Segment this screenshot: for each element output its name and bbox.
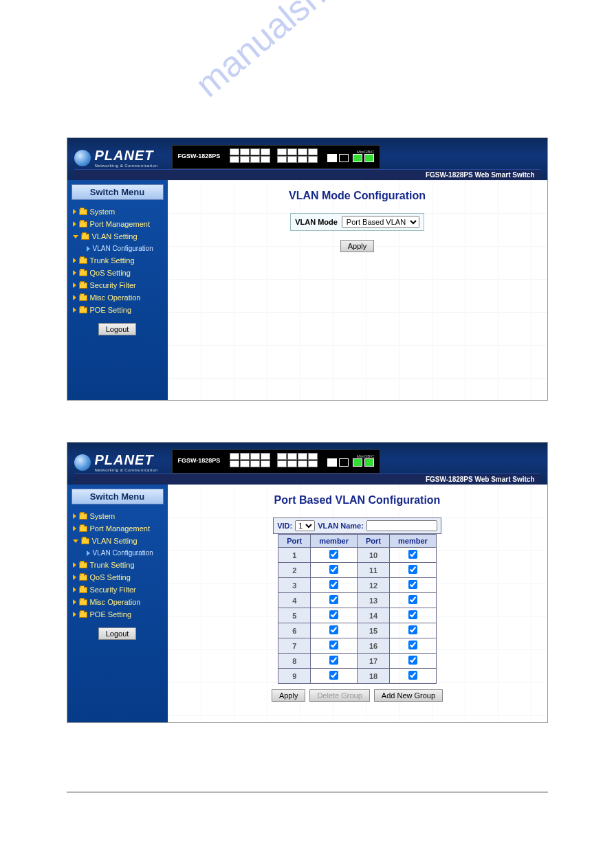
col-port: Port	[278, 535, 311, 548]
member-checkbox[interactable]	[329, 625, 338, 634]
sidebar-item-security-filter[interactable]: Security Filter	[72, 279, 164, 291]
header-subtitle: FGSW-1828PS Web Smart Switch	[74, 169, 540, 180]
member-checkbox[interactable]	[408, 641, 417, 649]
globe-icon	[74, 454, 91, 471]
member-cell	[390, 578, 437, 593]
sidebar-item-misc-operation[interactable]: Misc Operation	[72, 291, 164, 304]
sidebar-item-misc-operation[interactable]: Misc Operation	[72, 596, 164, 608]
port-number: 18	[358, 669, 390, 684]
apply-button[interactable]: Apply	[340, 240, 375, 252]
member-checkbox[interactable]	[329, 656, 338, 665]
folder-icon	[79, 295, 87, 301]
watermark-text: manualshive.com	[187, 0, 427, 105]
member-checkbox[interactable]	[408, 580, 417, 589]
folder-icon	[79, 526, 87, 532]
member-cell	[390, 593, 437, 608]
bullet-icon	[73, 295, 76, 300]
content-area: VLAN Mode Configuration VLAN Mode Port B…	[168, 180, 547, 400]
ethernet-ports-icon	[230, 148, 318, 163]
folder-icon	[79, 612, 87, 618]
bullet-icon	[73, 258, 76, 263]
folder-icon	[79, 599, 87, 605]
sidebar-item-system[interactable]: System	[72, 205, 164, 218]
member-checkbox[interactable]	[408, 671, 417, 680]
member-checkbox[interactable]	[329, 595, 338, 604]
logout-button[interactable]: Logout	[98, 323, 137, 335]
sidebar-item-vlan-setting[interactable]: VLAN Setting	[72, 535, 164, 547]
bullet-icon	[73, 307, 76, 313]
table-row: 413	[278, 593, 437, 608]
folder-icon	[79, 221, 87, 227]
sidebar-item-label: Port Management	[90, 524, 150, 533]
sidebar-item-security-filter[interactable]: Security Filter	[72, 583, 164, 596]
sidebar-item-poe-setting[interactable]: POE Setting	[72, 608, 164, 621]
vlan-name-input[interactable]	[366, 520, 437, 531]
member-cell	[311, 593, 358, 608]
sidebar-item-label: Port Management	[90, 220, 150, 228]
member-checkbox[interactable]	[408, 595, 417, 604]
bullet-icon	[87, 246, 90, 252]
bullet-icon	[73, 575, 76, 580]
member-checkbox[interactable]	[329, 671, 338, 680]
member-checkbox[interactable]	[408, 656, 417, 665]
member-cell	[311, 669, 358, 684]
folder-icon	[79, 258, 87, 264]
member-checkbox[interactable]	[329, 610, 338, 619]
sidebar-item-vlan-configuration[interactable]: VLAN Configuration	[72, 243, 164, 254]
bullet-down-icon	[73, 235, 78, 238]
logout-button[interactable]: Logout	[98, 627, 137, 640]
member-checkbox[interactable]	[408, 625, 417, 634]
screenshot-vlan-mode: PLANET Networking & Communication FGSW-1…	[67, 137, 548, 401]
sidebar-item-port-management[interactable]: Port Management	[72, 218, 164, 230]
folder-icon	[79, 282, 87, 289]
port-number: 12	[358, 578, 390, 593]
sidebar-item-qos-setting[interactable]: QoS Setting	[72, 571, 164, 583]
table-row: 615	[278, 623, 437, 638]
sidebar-item-poe-setting[interactable]: POE Setting	[72, 304, 164, 316]
sidebar-item-qos-setting[interactable]: QoS Setting	[72, 267, 164, 279]
sidebar-item-label: System	[90, 512, 116, 520]
ethernet-ports-icon	[230, 453, 318, 467]
folder-icon	[79, 209, 87, 215]
sidebar-title: Switch Menu	[72, 489, 164, 504]
member-cell	[390, 669, 437, 684]
sidebar-item-label: QoS Setting	[90, 269, 131, 277]
apply-button[interactable]: Apply	[272, 689, 306, 702]
delete-group-button[interactable]: Delete Group	[309, 689, 369, 702]
bullet-icon	[73, 526, 76, 531]
sidebar-item-vlan-configuration[interactable]: VLAN Configuration	[72, 547, 164, 559]
port-number: 1	[278, 548, 311, 563]
port-number: 6	[278, 623, 311, 638]
sidebar-item-system[interactable]: System	[72, 510, 164, 522]
member-checkbox[interactable]	[329, 565, 338, 574]
table-row: 211	[278, 563, 437, 578]
sidebar-item-trunk-setting[interactable]: Trunk Setting	[72, 254, 164, 267]
sidebar-item-label: VLAN Setting	[92, 232, 138, 241]
sidebar-item-trunk-setting[interactable]: Trunk Setting	[72, 559, 164, 571]
table-row: 514	[278, 608, 437, 623]
bullet-icon	[87, 550, 90, 556]
vlan-mode-row: VLAN Mode Port Based VLAN	[290, 213, 424, 231]
bullet-icon	[73, 221, 76, 227]
sidebar-item-vlan-setting[interactable]: VLAN Setting	[72, 230, 164, 243]
member-cell	[390, 548, 437, 563]
member-checkbox[interactable]	[408, 550, 417, 559]
vlan-mode-select[interactable]: Port Based VLAN	[342, 216, 419, 228]
sidebar-title: Switch Menu	[72, 184, 164, 200]
member-checkbox[interactable]	[408, 565, 417, 574]
sidebar-item-label: QoS Setting	[90, 573, 131, 581]
member-checkbox[interactable]	[329, 580, 338, 589]
device-front-panel: FGSW-1828PS MiniGBI	[172, 449, 381, 474]
bullet-icon	[73, 270, 76, 276]
member-checkbox[interactable]	[329, 550, 338, 559]
screenshot-port-based-vlan: PLANET Networking & Communication FGSW-1…	[67, 442, 548, 723]
port-number: 14	[358, 608, 390, 623]
add-new-group-button[interactable]: Add New Group	[374, 689, 443, 702]
app-header: PLANET Networking & Communication FGSW-1…	[67, 138, 547, 180]
member-checkbox[interactable]	[329, 641, 338, 649]
member-checkbox[interactable]	[408, 610, 417, 619]
vid-select[interactable]: 1	[295, 520, 315, 531]
sidebar-item-label: Misc Operation	[90, 598, 141, 606]
port-number: 11	[358, 563, 390, 578]
sidebar-item-port-management[interactable]: Port Management	[72, 522, 164, 535]
